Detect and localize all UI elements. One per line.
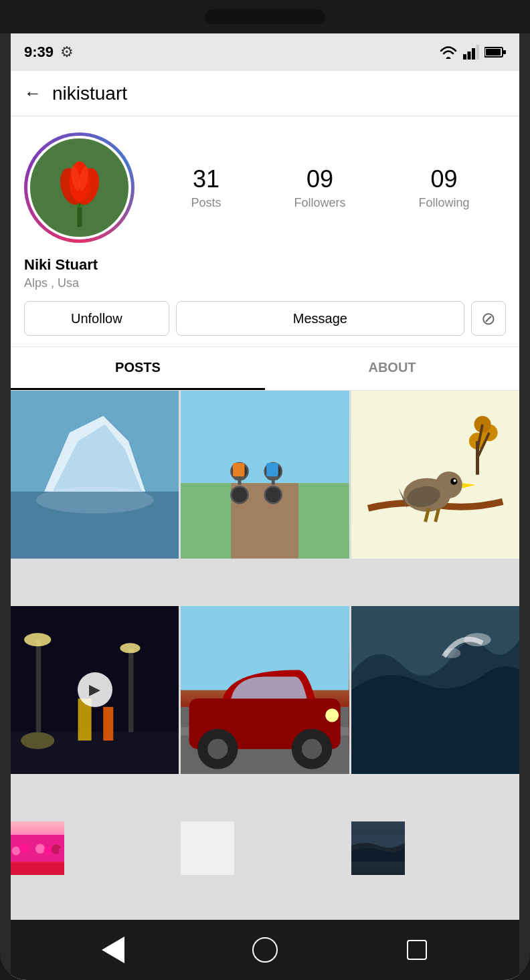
svg-point-66: [325, 708, 339, 722]
following-count: 09: [430, 165, 457, 193]
crowd-image: [11, 821, 64, 875]
home-circle-icon: [252, 937, 278, 963]
message-button[interactable]: Message: [176, 301, 464, 336]
profile-display-name: Niki Stuart: [24, 256, 506, 274]
svg-rect-6: [503, 50, 506, 54]
svg-point-72: [19, 843, 29, 852]
followers-label: Followers: [294, 196, 345, 210]
tab-about[interactable]: ABOUT: [265, 347, 519, 390]
stat-posts: 31 Posts: [191, 165, 221, 210]
post-item-1[interactable]: [11, 391, 179, 559]
svg-point-65: [302, 739, 322, 759]
svg-point-24: [232, 486, 248, 503]
iceberg-image: [11, 391, 179, 559]
stat-following[interactable]: 09 Following: [418, 165, 469, 210]
tabs: POSTS ABOUT: [11, 347, 519, 391]
back-triangle-icon: [102, 937, 124, 963]
phone-screen: 9:39 ⚙: [11, 33, 519, 980]
post-item-7[interactable]: [11, 821, 64, 875]
svg-point-74: [35, 844, 45, 853]
profile-section: 31 Posts 09 Followers 09 Following Niki …: [11, 116, 519, 347]
phone-frame: 9:39 ⚙: [0, 0, 530, 980]
svg-point-19: [36, 486, 154, 513]
status-time: 9:39: [24, 43, 54, 61]
status-bar: 9:39 ⚙: [11, 33, 519, 71]
svg-rect-1: [468, 52, 471, 60]
block-button[interactable]: ⊘: [471, 301, 506, 336]
cyclists-image: [181, 391, 349, 559]
action-buttons: Unfollow Message ⊘: [24, 301, 506, 336]
status-right: [439, 45, 506, 60]
header-username: nikistuart: [52, 83, 127, 104]
posts-count: 31: [193, 165, 219, 193]
phone-notch: [0, 0, 530, 33]
header: ← nikistuart: [11, 71, 519, 116]
posts-label: Posts: [191, 196, 221, 210]
svg-rect-5: [486, 49, 501, 56]
status-left: 9:39 ⚙: [24, 43, 74, 61]
svg-point-75: [44, 846, 53, 854]
signal-icon: [463, 45, 479, 60]
wifi-icon: [439, 45, 458, 60]
battery-icon: [484, 46, 506, 58]
svg-point-28: [265, 486, 282, 503]
svg-point-73: [28, 846, 37, 854]
posts-grid: ▶: [11, 391, 519, 920]
svg-point-55: [21, 732, 54, 749]
svg-point-53: [120, 643, 140, 653]
wave-image: [351, 606, 519, 774]
block-icon: ⊘: [481, 308, 496, 329]
post-item-6[interactable]: [351, 606, 519, 774]
tab-posts[interactable]: POSTS: [11, 347, 265, 390]
svg-rect-32: [267, 463, 279, 476]
post-item-8[interactable]: [181, 821, 234, 875]
profile-top: 31 Posts 09 Followers 09 Following: [24, 132, 506, 243]
back-nav-button[interactable]: [100, 937, 126, 963]
post-item-2[interactable]: [181, 391, 349, 559]
svg-point-68: [464, 633, 491, 646]
svg-rect-33: [351, 391, 519, 559]
bottom-nav: [11, 920, 519, 980]
avatar: [24, 132, 135, 243]
avatar-ring: [24, 132, 135, 243]
svg-rect-0: [463, 54, 466, 60]
profile-location: Alps , Usa: [24, 276, 506, 290]
bird-image: [351, 391, 519, 559]
svg-rect-2: [472, 48, 475, 60]
avatar-image: [33, 141, 126, 235]
following-label: Following: [418, 196, 469, 210]
recent-nav-button[interactable]: [404, 937, 430, 963]
post-item-4[interactable]: ▶: [11, 606, 179, 774]
home-nav-button[interactable]: [252, 937, 278, 963]
dark-wave-image: [351, 821, 405, 875]
recent-square-icon: [407, 940, 427, 960]
post-item-3[interactable]: [351, 391, 519, 559]
svg-rect-50: [36, 640, 41, 741]
svg-point-63: [208, 739, 228, 759]
svg-point-69: [444, 648, 460, 658]
back-button[interactable]: ←: [24, 83, 41, 104]
svg-point-44: [453, 479, 456, 482]
svg-rect-52: [128, 648, 134, 741]
svg-point-71: [12, 846, 21, 855]
post-item-5[interactable]: [181, 606, 349, 774]
post-item-9[interactable]: [351, 821, 405, 875]
followers-count: 09: [306, 165, 333, 193]
car-image: [181, 606, 349, 774]
stats-row: 31 Posts 09 Followers 09 Following: [155, 165, 506, 210]
svg-rect-3: [476, 45, 480, 60]
play-button[interactable]: ▶: [78, 672, 112, 707]
stat-followers[interactable]: 09 Followers: [294, 165, 345, 210]
svg-rect-31: [233, 463, 245, 476]
gear-icon: ⚙: [60, 43, 74, 61]
avatar-inner: [27, 136, 131, 239]
unfollow-button[interactable]: Unfollow: [24, 301, 169, 336]
notch-pill: [205, 9, 325, 24]
svg-rect-57: [103, 707, 113, 741]
svg-point-51: [24, 633, 51, 646]
